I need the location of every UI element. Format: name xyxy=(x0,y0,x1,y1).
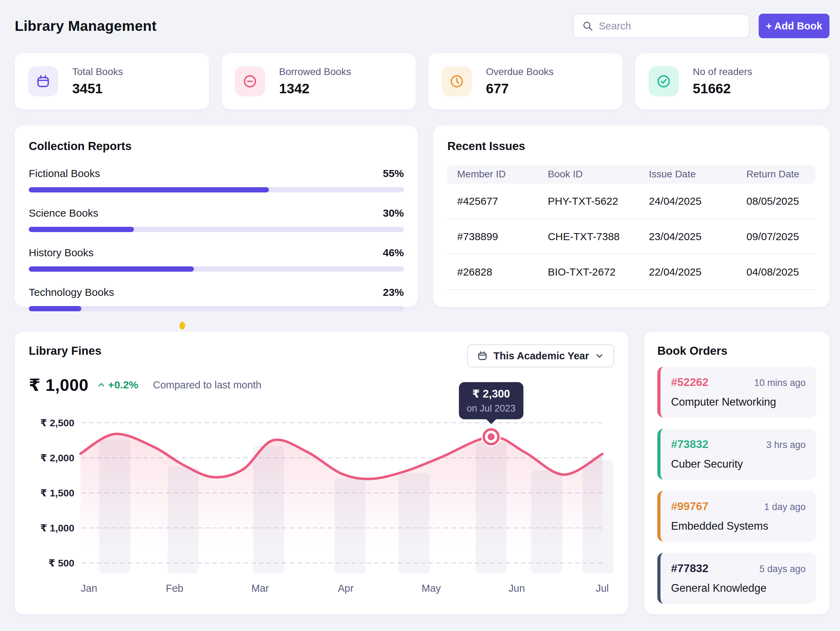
progress-fill xyxy=(29,267,194,272)
stat-value: 677 xyxy=(486,81,554,96)
cell-issue-date: 22/04/2025 xyxy=(649,266,747,278)
progress-track xyxy=(29,267,404,272)
order-card[interactable]: #77832 5 days ago General Knowledge xyxy=(657,553,816,604)
stat-card-total-books: Total Books 3451 xyxy=(15,53,209,109)
calendar-icon xyxy=(35,74,51,89)
table-row: #738899 CHE-TXT-7388 23/04/2025 09/07/20… xyxy=(447,219,815,254)
library-dashboard: Library Management + Add Book Total Book… xyxy=(0,0,840,631)
cell-member-id: #26828 xyxy=(457,266,548,278)
yellow-dot xyxy=(180,322,185,330)
progress-percent: 23% xyxy=(383,286,404,298)
x-tick-label: Mar xyxy=(251,583,269,594)
cell-return-date: 08/05/2025 xyxy=(747,195,806,207)
order-name: Embedded Systems xyxy=(671,520,806,533)
period-label: This Academic Year xyxy=(494,350,589,362)
stat-card-borrowed-books: Borrowed Books 1342 xyxy=(221,53,416,109)
stat-value: 3451 xyxy=(72,81,123,96)
fines-chart[interactable]: ₹ 2,500₹ 2,000₹ 1,500₹ 1,000₹ 500JanFebM… xyxy=(29,409,614,598)
progress-label: Technology Books xyxy=(29,286,114,298)
y-tick-label: ₹ 500 xyxy=(48,558,74,569)
minus-circle-icon xyxy=(242,74,258,89)
progress-track xyxy=(29,306,404,311)
order-name: Computer Networking xyxy=(671,396,806,409)
collection-reports-card: Collection Reports Fictional Books 55% S… xyxy=(15,126,418,307)
cell-return-date: 09/07/2025 xyxy=(747,231,806,243)
progress-track xyxy=(29,187,404,192)
column-book-id: Book ID xyxy=(548,169,649,180)
table-header-row: Member ID Book ID Issue Date Return Date xyxy=(447,165,815,184)
progress-label: Science Books xyxy=(29,207,98,219)
recent-issues-card: Recent Issues Member ID Book ID Issue Da… xyxy=(433,126,829,307)
cell-issue-date: 24/04/2025 xyxy=(649,195,747,207)
order-time: 1 day ago xyxy=(764,502,806,513)
y-tick-label: ₹ 1,000 xyxy=(40,523,74,533)
order-id: #52262 xyxy=(671,376,709,389)
table-row: #425677 PHY-TXT-5622 24/04/2025 08/05/20… xyxy=(447,184,815,219)
order-card[interactable]: #73832 3 hrs ago Cuber Security xyxy=(657,429,816,480)
search-input[interactable] xyxy=(599,21,741,32)
x-tick-label: Jan xyxy=(81,583,98,594)
collection-reports-title: Collection Reports xyxy=(29,139,404,153)
progress-fill xyxy=(29,306,81,311)
stat-card-readers: No of readers 51662 xyxy=(635,53,829,109)
library-fines-title: Library Fines xyxy=(29,344,101,358)
cell-book-id: CHE-TXT-7388 xyxy=(548,231,649,243)
order-time: 5 days ago xyxy=(759,564,806,574)
x-tick-label: Jul xyxy=(596,583,609,594)
cell-book-id: BIO-TXT-2672 xyxy=(548,266,649,278)
chart-tooltip: ₹ 2,300 on Jul 2023 xyxy=(459,382,523,419)
book-orders-title: Book Orders xyxy=(657,344,816,358)
stat-value: 1342 xyxy=(279,81,351,96)
x-tick-label: May xyxy=(422,583,441,594)
column-issue-date: Issue Date xyxy=(649,169,747,180)
order-time: 10 mins ago xyxy=(754,377,806,388)
caret-up-icon xyxy=(97,380,106,390)
stat-value: 51662 xyxy=(693,81,752,96)
stats-row: Total Books 3451 Borrowed Books 1342 xyxy=(15,53,829,109)
tooltip-date: on Jul 2023 xyxy=(467,403,516,414)
x-tick-label: Jun xyxy=(509,583,525,594)
order-card[interactable]: #52262 10 mins ago Computer Networking xyxy=(657,367,816,418)
compare-label: Compared to last month xyxy=(153,379,261,391)
cell-book-id: PHY-TXT-5622 xyxy=(548,195,649,207)
cell-issue-date: 23/04/2025 xyxy=(649,231,747,243)
library-fines-card: Library Fines This Academic Year ₹ 1,000 xyxy=(15,331,628,614)
order-name: Cuber Security xyxy=(671,458,806,470)
area-fill xyxy=(81,434,602,574)
y-tick-label: ₹ 2,500 xyxy=(40,418,74,428)
column-return-date: Return Date xyxy=(747,169,806,180)
progress-percent: 46% xyxy=(383,247,404,259)
fines-line-chart: ₹ 2,500₹ 2,000₹ 1,500₹ 1,000₹ 500JanFebM… xyxy=(29,409,614,598)
marker-dot xyxy=(488,433,495,440)
progress-item-history: History Books 46% xyxy=(29,247,404,272)
cell-return-date: 04/08/2025 xyxy=(747,266,806,278)
y-tick-label: ₹ 2,000 xyxy=(40,453,74,464)
cell-member-id: #738899 xyxy=(457,231,548,243)
y-tick-label: ₹ 1,500 xyxy=(40,487,74,498)
progress-label: Fictional Books xyxy=(29,167,100,180)
order-name: General Knowledge xyxy=(671,582,806,595)
stat-card-overdue-books: Overdue Books 677 xyxy=(428,53,623,109)
progress-percent: 55% xyxy=(383,167,404,180)
search-box[interactable] xyxy=(573,14,750,38)
fines-delta: +0.2% xyxy=(108,379,138,391)
recent-issues-title: Recent Issues xyxy=(447,139,815,153)
period-dropdown[interactable]: This Academic Year xyxy=(467,344,614,368)
chevron-down-icon xyxy=(595,351,605,361)
calendar-icon xyxy=(477,350,488,361)
progress-item-fictional: Fictional Books 55% xyxy=(29,167,404,192)
order-id: #99767 xyxy=(671,500,709,513)
check-circle-icon xyxy=(656,74,671,89)
stat-label: Borrowed Books xyxy=(279,66,351,77)
cell-member-id: #425677 xyxy=(457,195,548,207)
stat-label: Overdue Books xyxy=(486,66,554,77)
add-book-button[interactable]: + Add Book xyxy=(759,14,829,38)
order-time: 3 hrs ago xyxy=(766,440,806,450)
progress-label: History Books xyxy=(29,247,93,259)
order-id: #77832 xyxy=(671,562,709,575)
stat-label: Total Books xyxy=(72,66,123,77)
search-icon xyxy=(582,21,593,32)
column-member-id: Member ID xyxy=(457,169,548,180)
order-card[interactable]: #99767 1 day ago Embedded Systems xyxy=(657,491,816,542)
progress-item-science: Science Books 30% xyxy=(29,207,404,232)
